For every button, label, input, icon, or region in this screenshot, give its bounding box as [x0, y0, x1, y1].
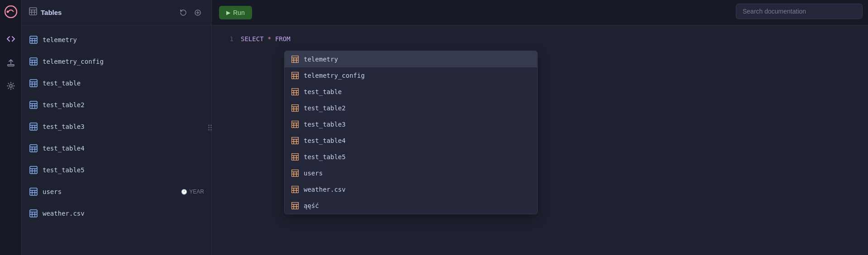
autocomplete-item-2[interactable]: test_table — [285, 84, 537, 100]
svg-rect-24 — [292, 203, 299, 209]
editor-area[interactable]: 1 SELECT * FROM telemetry telemetry_conf… — [212, 25, 868, 255]
svg-rect-12 — [30, 166, 37, 174]
search-documentation[interactable]: Search documentation — [736, 4, 863, 19]
autocomplete-item-icon-3 — [291, 104, 299, 112]
sidebar-item-left-8: weather.csv — [29, 209, 85, 218]
autocomplete-item-5[interactable]: test_table4 — [285, 132, 537, 149]
svg-rect-15 — [292, 56, 299, 63]
svg-rect-9 — [30, 101, 37, 109]
table-row-icon-6 — [29, 165, 38, 175]
svg-rect-13 — [30, 188, 37, 195]
editor-line-1: 1 SELECT * FROM — [212, 33, 868, 45]
play-icon: ▶ — [226, 9, 230, 16]
sidebar-item-telemetry[interactable]: telemetry — [22, 29, 211, 51]
autocomplete-item-7[interactable]: users — [285, 165, 537, 181]
upload-icon[interactable] — [4, 55, 18, 70]
sidebar-item-weather-csv[interactable]: weather.csv — [22, 203, 211, 224]
sidebar-item-telemetry-config[interactable]: telemetry_config — [22, 51, 211, 72]
sidebar-item-left-6: test_table5 — [29, 165, 85, 175]
sql-star: * — [267, 35, 275, 42]
sidebar-item-label-3: test_table2 — [43, 101, 85, 109]
svg-rect-4 — [29, 8, 37, 15]
app-logo — [4, 5, 18, 19]
sidebar-item-label-1: telemetry_config — [43, 58, 104, 65]
svg-point-1 — [6, 11, 9, 13]
tables-icon — [29, 7, 37, 18]
sidebar-item-test-table5[interactable]: test_table5 — [22, 159, 211, 181]
code-view-icon[interactable] — [4, 32, 18, 46]
autocomplete-item-3[interactable]: test_table2 — [285, 100, 537, 116]
autocomplete-item-1[interactable]: telemetry_config — [285, 67, 537, 84]
editor-code: SELECT * FROM — [241, 35, 291, 42]
sql-select: SELECT — [241, 35, 264, 42]
svg-rect-18 — [292, 105, 299, 112]
sidebar-item-label-7: users — [43, 188, 62, 195]
sidebar-item-left-0: telemetry — [29, 35, 77, 44]
table-row-icon-1 — [29, 57, 38, 66]
autocomplete-item-icon-5 — [291, 137, 299, 144]
line-number-1: 1 — [219, 35, 234, 42]
svg-rect-10 — [30, 123, 37, 130]
sidebar-item-label-4: test_table3 — [43, 123, 85, 130]
svg-rect-16 — [292, 72, 299, 79]
autocomplete-item-icon-6 — [291, 153, 299, 161]
sidebar-item-label-5: test_table4 — [43, 145, 85, 152]
sidebar-items-list: telemetry telemetry_config test_table te… — [22, 25, 211, 255]
autocomplete-item-9[interactable]: ąęść — [285, 198, 537, 214]
sidebar-item-label-8: weather.csv — [43, 210, 85, 217]
table-row-icon-3 — [29, 100, 38, 109]
svg-rect-20 — [292, 137, 299, 144]
sidebar-item-label-2: test_table — [43, 80, 81, 87]
table-row-icon-2 — [29, 79, 38, 88]
sidebar: Tables telemetry telemetry_config — [22, 0, 212, 255]
refresh-button[interactable] — [177, 6, 190, 19]
svg-rect-14 — [30, 210, 37, 217]
autocomplete-item-8[interactable]: weather.csv — [285, 181, 537, 198]
settings-icon[interactable] — [4, 79, 18, 93]
sidebar-item-users[interactable]: users🕐 YEAR — [22, 181, 211, 203]
sidebar-item-test-table[interactable]: test_table — [22, 72, 211, 94]
autocomplete-item-icon-0 — [291, 56, 299, 63]
add-table-button[interactable] — [191, 6, 204, 19]
table-row-icon-8 — [29, 209, 38, 218]
svg-rect-2 — [8, 65, 14, 66]
table-row-icon-0 — [29, 35, 38, 44]
clock-icon: 🕐 — [181, 189, 187, 195]
autocomplete-item-label-6: test_table5 — [304, 153, 346, 161]
table-row-icon-7 — [29, 187, 38, 196]
sidebar-item-left-4: test_table3 — [29, 122, 85, 131]
autocomplete-item-6[interactable]: test_table5 — [285, 149, 537, 165]
svg-rect-8 — [30, 80, 37, 87]
sidebar-item-test-table3[interactable]: test_table3 — [22, 116, 211, 137]
autocomplete-item-icon-7 — [291, 170, 299, 177]
autocomplete-item-icon-8 — [291, 186, 299, 193]
autocomplete-item-label-1: telemetry_config — [304, 72, 365, 79]
svg-rect-19 — [292, 121, 299, 128]
sidebar-item-left-3: test_table2 — [29, 100, 85, 109]
sidebar-item-label-6: test_table5 — [43, 166, 85, 174]
table-row-icon-4 — [29, 122, 38, 131]
autocomplete-item-label-4: test_table3 — [304, 121, 346, 128]
autocomplete-item-4[interactable]: test_table3 — [285, 116, 537, 132]
main-content: ▶ Run 1 SELECT * FROM telemetry telemetr… — [212, 0, 868, 255]
run-label: Run — [233, 9, 245, 16]
autocomplete-item-icon-9 — [291, 202, 299, 209]
svg-point-3 — [10, 85, 12, 87]
sidebar-item-left-1: telemetry_config — [29, 57, 104, 66]
sidebar-item-test-table2[interactable]: test_table2 — [22, 94, 211, 116]
sidebar-item-test-table4[interactable]: test_table4 — [22, 137, 211, 159]
search-placeholder: Search documentation — [743, 8, 806, 15]
autocomplete-dropdown: telemetry telemetry_config test_table te… — [284, 51, 538, 214]
sidebar-item-left-5: test_table4 — [29, 144, 85, 153]
autocomplete-item-label-2: test_table — [304, 88, 342, 95]
svg-rect-23 — [292, 186, 299, 193]
sql-from: FROM — [275, 35, 291, 42]
icon-rail — [0, 0, 22, 255]
autocomplete-item-label-9: ąęść — [304, 202, 319, 209]
sidebar-resize-handle[interactable] — [208, 125, 212, 131]
autocomplete-item-icon-1 — [291, 72, 299, 79]
run-button[interactable]: ▶ Run — [219, 6, 252, 19]
autocomplete-item-0[interactable]: telemetry — [285, 51, 537, 67]
sidebar-item-left-7: users — [29, 187, 62, 196]
autocomplete-item-label-8: weather.csv — [304, 186, 346, 193]
